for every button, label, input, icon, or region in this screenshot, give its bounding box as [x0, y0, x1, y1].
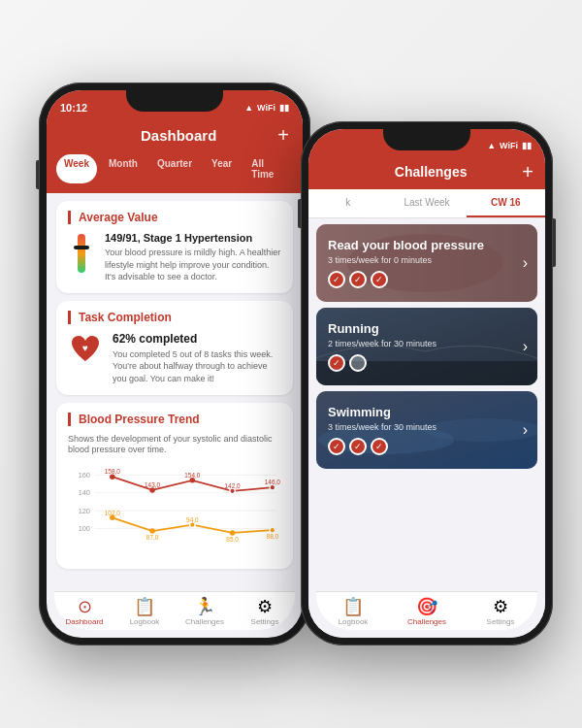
tab-week[interactable]: Week — [56, 154, 97, 183]
right-signal-icon: ▲ — [487, 141, 496, 150]
right-nav-settings-label: Settings — [487, 617, 515, 626]
left-header-title: Dashboard — [80, 127, 277, 144]
tab-alltime[interactable]: All Time — [243, 154, 293, 183]
right-tab-prev[interactable]: k — [308, 189, 387, 217]
battery-icon: ▮▮ — [279, 103, 289, 113]
nav-settings[interactable]: ⚙ Settings — [235, 598, 295, 626]
svg-text:100: 100 — [79, 524, 90, 533]
average-value-card: Average Value 149/91, Stage 1 Hypertensi… — [56, 201, 293, 293]
svg-text:146,0: 146,0 — [265, 479, 280, 485]
svg-text:143,0: 143,0 — [145, 481, 160, 488]
status-time: 10:12 — [60, 102, 87, 114]
notch-left — [126, 90, 223, 112]
tab-year[interactable]: Year — [204, 154, 240, 183]
right-challenges-icon: 🎯 — [416, 598, 437, 615]
gauge-bar — [78, 234, 85, 273]
challenge-running[interactable]: Running 2 times/week for 30 minutes ✓ › — [316, 308, 537, 385]
svg-point-20 — [149, 528, 155, 534]
avg-text: 149/91, Stage 1 Hypertension Your blood … — [105, 232, 281, 283]
nav-challenges[interactable]: 🏃 Challenges — [175, 598, 235, 626]
task-completion-title: Task Completion — [68, 311, 281, 324]
svg-point-22 — [230, 530, 236, 536]
challenge-2-arrow[interactable]: › — [523, 338, 528, 355]
right-nav-logbook[interactable]: 📋 Logbook — [316, 598, 390, 626]
task-text: 62% completed You completed 5 out of 8 t… — [113, 332, 281, 385]
right-tab-lastweek[interactable]: Last Week — [387, 189, 466, 217]
right-nav-challenges[interactable]: 🎯 Challenges — [390, 598, 464, 626]
check-1-3: ✓ — [371, 271, 388, 288]
challenge-1-title: Read your blood pressure — [328, 238, 526, 252]
svg-text:87,0: 87,0 — [146, 534, 159, 541]
nav-logbook[interactable]: 📋 Logbook — [114, 598, 175, 626]
nav-settings-label: Settings — [251, 617, 279, 626]
right-logbook-icon: 📋 — [342, 598, 364, 615]
challenge-3-title: Swimming — [328, 405, 526, 419]
challenge-2-title: Running — [328, 321, 526, 336]
challenge-1-subtitle: 3 times/week for 0 minutes — [328, 255, 526, 265]
svg-text:142,0: 142,0 — [225, 482, 241, 489]
check-3-2: ✓ — [349, 438, 367, 455]
challenges-content: Read your blood pressure 3 times/week fo… — [308, 218, 545, 638]
left-header: Dashboard + — [47, 121, 303, 154]
challenge-swimming[interactable]: Swimming 3 times/week for 30 minutes ✓ ✓… — [316, 391, 537, 469]
left-screen-content: Average Value 149/91, Stage 1 Hypertensi… — [47, 193, 303, 638]
settings-icon: ⚙ — [257, 598, 273, 615]
check-1-1: ✓ — [328, 271, 345, 288]
add-button[interactable]: + — [277, 125, 289, 145]
logbook-icon: 📋 — [134, 598, 155, 615]
notch-right — [383, 129, 470, 150]
tab-month[interactable]: Month — [101, 154, 146, 183]
gauge-indicator — [74, 246, 89, 249]
svg-text:120: 120 — [79, 507, 90, 515]
check-2-2 — [349, 354, 367, 372]
svg-text:160: 160 — [79, 471, 90, 480]
right-wifi-icon: WiFi — [500, 141, 518, 150]
right-status-icons: ▲ WiFi ▮▮ — [487, 141, 532, 150]
challenge-2-subtitle: 2 times/week for 30 minutes — [328, 339, 526, 348]
nav-logbook-label: Logbook — [130, 617, 160, 626]
svg-text:102,0: 102,0 — [105, 510, 120, 516]
challenge-1-checks: ✓ ✓ ✓ — [328, 271, 526, 288]
check-1-2: ✓ — [349, 271, 367, 288]
challenge-3-arrow[interactable]: › — [523, 421, 528, 439]
challenge-content-1: Read your blood pressure 3 times/week fo… — [316, 224, 537, 302]
right-bottom-nav: 📋 Logbook 🎯 Challenges ⚙ Settings — [316, 591, 537, 630]
check-3-1: ✓ — [328, 438, 345, 455]
right-tab-bar: k Last Week CW 16 — [308, 189, 545, 218]
svg-text:85,0: 85,0 — [226, 536, 239, 543]
tab-quarter[interactable]: Quarter — [149, 154, 200, 183]
nav-dashboard[interactable]: ⊙ Dashboard — [54, 598, 114, 626]
right-add-button[interactable]: + — [522, 162, 534, 182]
challenges-icon: 🏃 — [194, 598, 215, 615]
average-value-title: Average Value — [68, 211, 281, 224]
svg-text:158,0: 158,0 — [105, 468, 120, 475]
right-tab-cw16[interactable]: CW 16 — [467, 189, 545, 217]
svg-text:140: 140 — [79, 488, 90, 497]
right-battery-icon: ▮▮ — [522, 141, 532, 150]
chart-desc: Shows the development of your systolic a… — [68, 434, 281, 456]
phone-right: ▲ WiFi ▮▮ Challenges + k Last Week CW 16 — [301, 121, 553, 645]
svg-text:154,0: 154,0 — [184, 472, 200, 479]
check-2-1: ✓ — [328, 354, 345, 372]
challenge-bp[interactable]: Read your blood pressure 3 times/week fo… — [316, 224, 537, 302]
nav-dashboard-label: Dashboard — [65, 617, 103, 626]
right-settings-icon: ⚙ — [493, 598, 508, 615]
right-nav-challenges-label: Challenges — [407, 617, 446, 626]
bp-trend-title: Blood Pressure Trend — [68, 413, 281, 426]
bp-description: Your blood pressure is mildly high. A he… — [105, 247, 281, 283]
svg-text:♥: ♥ — [82, 343, 88, 353]
check-3-3: ✓ — [371, 438, 388, 455]
challenge-1-arrow[interactable]: › — [523, 254, 528, 272]
right-nav-settings[interactable]: ⚙ Settings — [464, 598, 537, 626]
svg-point-23 — [270, 527, 275, 533]
task-desc: You completed 5 out of 8 tasks this week… — [113, 348, 281, 385]
right-nav-logbook-label: Logbook — [339, 617, 369, 626]
bp-trend-card: Blood Pressure Trend Shows the developme… — [56, 403, 293, 569]
bp-gauge — [68, 234, 95, 273]
nav-challenges-label: Challenges — [185, 617, 224, 626]
svg-text:94,0: 94,0 — [186, 516, 199, 523]
bp-chart: 160 140 120 100 — [68, 462, 281, 559]
phone-left: 10:12 ▲ WiFi ▮▮ Dashboard + Week Month Q… — [39, 83, 310, 645]
svg-text:88,0: 88,0 — [267, 533, 279, 540]
left-bottom-nav: ⊙ Dashboard 📋 Logbook 🏃 Challenges ⚙ Set… — [54, 591, 295, 630]
